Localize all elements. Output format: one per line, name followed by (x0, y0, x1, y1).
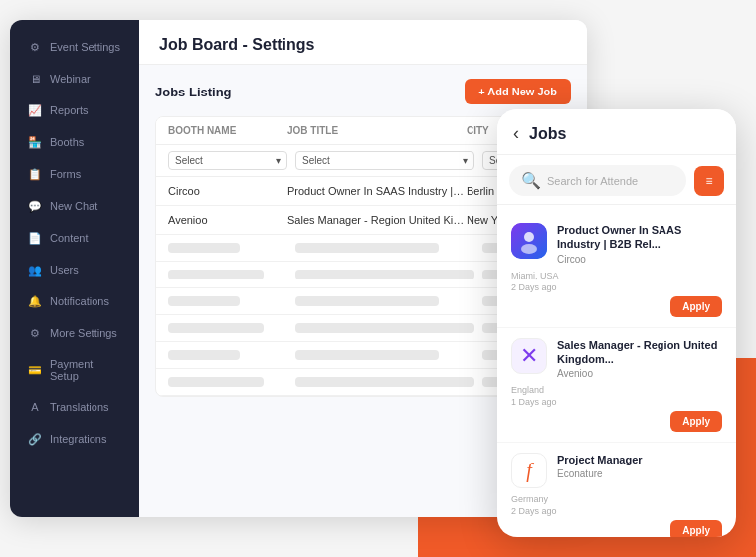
job-title-2: Sales Manager - Region United Kingdom... (557, 338, 722, 367)
job-card-3: f Project Manager Econature Germany 2 Da… (497, 443, 736, 537)
phone-jobs-list: Product Owner In SAAS Industry | B2B Rel… (497, 205, 736, 537)
notifications-icon: 🔔 (28, 294, 42, 308)
cell-title-1: Sales Manager - Region United Kingdom... (287, 214, 467, 226)
skeleton-bar (295, 377, 474, 387)
integrations-icon: 🔗 (28, 432, 42, 446)
sidebar-item-event-settings[interactable]: ⚙ Event Settings (16, 32, 133, 62)
svg-point-1 (524, 232, 534, 242)
sidebar-item-integrations[interactable]: 🔗 Integrations (16, 424, 133, 454)
job-logo-1 (511, 223, 547, 259)
booths-icon: 🏪 (28, 135, 42, 149)
job-card-top-1: Product Owner In SAAS Industry | B2B Rel… (511, 223, 722, 265)
sidebar-label-booths: Booths (50, 136, 84, 148)
add-new-job-button[interactable]: + Add New Job (465, 79, 571, 104)
apply-button-3[interactable]: Apply (670, 520, 722, 537)
search-input[interactable]: Search for Attende (547, 175, 638, 187)
sidebar-item-content[interactable]: 📄 Content (16, 223, 133, 253)
translations-icon: A (28, 400, 42, 414)
job-posted-text-3: 2 Days ago (511, 506, 557, 516)
sidebar-item-booths[interactable]: 🏪 Booths (16, 127, 133, 157)
sidebar-label-payment-setup: Payment Setup (50, 358, 121, 382)
sidebar-label-webinar: Webinar (50, 73, 91, 85)
sidebar-label-reports: Reports (50, 104, 89, 116)
job-info-3: Project Manager Econature (557, 453, 722, 479)
job-logo-3: f (511, 453, 547, 488)
col-header-title: Job Title (287, 125, 467, 136)
job-posted-1: 2 Days ago (511, 282, 722, 292)
skeleton-bar (295, 270, 474, 279)
sidebar-item-translations[interactable]: A Translations (16, 392, 133, 422)
payment-setup-icon: 💳 (28, 363, 42, 377)
skeleton-bar (168, 377, 264, 387)
filter-booth[interactable]: Select ▾ (168, 151, 287, 170)
phone-mockup: ‹ Jobs 🔍 Search for Attende ≡ (497, 109, 736, 537)
job-info-2: Sales Manager - Region United Kingdom...… (557, 338, 722, 380)
chevron-down-icon-2: ▾ (463, 155, 468, 166)
cell-booth-0: Circoo (168, 185, 287, 197)
cell-title-0: Product Owner In SAAS Industry | B2B Rel… (287, 185, 467, 197)
cell-booth-1: Avenioo (168, 214, 287, 226)
sidebar-label-translations: Translations (50, 401, 109, 413)
main-header: Job Board - Settings (139, 20, 587, 65)
content-icon: 📄 (28, 231, 42, 245)
skeleton-bar (168, 296, 240, 306)
job-company-3: Econature (557, 468, 722, 479)
skeleton-bar (168, 243, 240, 253)
job-card-bottom-3: Apply (511, 516, 722, 537)
job-posted-text-2: 1 Days ago (511, 397, 557, 407)
new-chat-icon: 💬 (28, 199, 42, 213)
job-card-2: ✕ Sales Manager - Region United Kingdom.… (497, 328, 736, 444)
skeleton-bar (295, 243, 439, 253)
phone-header: ‹ Jobs (497, 109, 736, 155)
search-icon: 🔍 (521, 171, 541, 190)
job-card-top-3: f Project Manager Econature (511, 453, 722, 488)
sidebar-item-users[interactable]: 👥 Users (16, 255, 133, 284)
sidebar-item-notifications[interactable]: 🔔 Notifications (16, 286, 133, 316)
skeleton-bar (295, 323, 474, 333)
job-posted-2: 1 Days ago (511, 397, 722, 407)
sidebar-label-integrations: Integrations (50, 433, 106, 445)
sidebar-item-reports[interactable]: 📈 Reports (16, 95, 133, 125)
job-title-3: Project Manager (557, 453, 722, 466)
job-company-1: Circoo (557, 254, 722, 265)
sidebar-label-event-settings: Event Settings (50, 41, 120, 53)
chevron-down-icon: ▾ (276, 155, 281, 166)
apply-button-1[interactable]: Apply (670, 296, 722, 317)
back-button[interactable]: ‹ (513, 123, 519, 144)
search-input-wrapper[interactable]: 🔍 Search for Attende (509, 165, 686, 196)
sidebar-label-forms: Forms (50, 168, 81, 180)
svg-point-2 (521, 244, 537, 254)
filter-title[interactable]: Select ▾ (295, 151, 474, 170)
skeleton-bar (295, 296, 439, 306)
sidebar-label-more-settings: More Settings (50, 327, 117, 339)
skeleton-bar (295, 350, 439, 360)
more-settings-icon: ⚙ (28, 326, 42, 340)
sidebar-item-payment-setup[interactable]: 💳 Payment Setup (16, 350, 133, 390)
sidebar-label-notifications: Notifications (50, 295, 109, 307)
job-location-1: Miami, USA (511, 271, 559, 280)
sidebar-item-webinar[interactable]: 🖥 Webinar (16, 64, 133, 93)
webinar-icon: 🖥 (28, 72, 42, 86)
job-card-top-2: ✕ Sales Manager - Region United Kingdom.… (511, 338, 722, 380)
filter-icon: ≡ (705, 174, 712, 188)
sidebar-item-new-chat[interactable]: 💬 New Chat (16, 191, 133, 221)
skeleton-bar (168, 270, 264, 279)
skeleton-bar (168, 323, 264, 333)
phone-search-bar: 🔍 Search for Attende ≡ (497, 155, 736, 205)
sidebar-item-forms[interactable]: 📋 Forms (16, 159, 133, 189)
apply-button-2[interactable]: Apply (670, 411, 722, 432)
job-card-1: Product Owner In SAAS Industry | B2B Rel… (497, 213, 736, 328)
forms-icon: 📋 (28, 167, 42, 181)
filter-button[interactable]: ≡ (694, 166, 724, 196)
job-location-2: England (511, 385, 544, 395)
sidebar-label-content: Content (50, 232, 89, 244)
job-posted-3: 2 Days ago (511, 506, 722, 516)
col-header-booth: Booth Name (168, 125, 287, 136)
section-title: Jobs Listing (155, 85, 232, 99)
sidebar-item-more-settings[interactable]: ⚙ More Settings (16, 318, 133, 348)
reports-icon: 📈 (28, 103, 42, 117)
job-title-1: Product Owner In SAAS Industry | B2B Rel… (557, 223, 722, 252)
job-meta-1: Miami, USA (511, 271, 722, 280)
page-title: Job Board - Settings (159, 36, 314, 53)
section-header: Jobs Listing + Add New Job (155, 79, 571, 104)
